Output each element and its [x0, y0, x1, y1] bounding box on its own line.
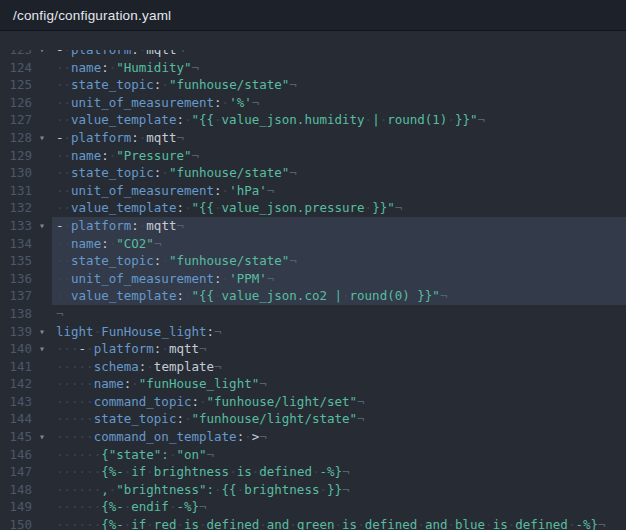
code-line[interactable]: 136··unit_of_measurement:·'PPM'¬: [0, 270, 626, 288]
token-key: FunHouse_light: [101, 324, 206, 339]
token-eol: ¬: [252, 95, 260, 110]
token-eol: ¬: [395, 200, 403, 215]
code-line[interactable]: 137··value_template:·"{{·value_json.co2·…: [0, 287, 626, 305]
token-eol: ¬: [214, 324, 222, 339]
gutter: 131: [0, 182, 52, 200]
code-line[interactable]: 126··unit_of_measurement:·'%'¬: [0, 94, 626, 112]
code-text[interactable]: ·····command_on_template:·>¬: [52, 428, 626, 446]
code-line[interactable]: 145▾·····command_on_template:·>¬: [0, 428, 626, 446]
code-text[interactable]: ··name:·"Pressure"¬: [52, 147, 626, 165]
code-line[interactable]: 149······{%-·endif·-%}¬: [0, 498, 626, 516]
code-line[interactable]: 130··state_topic:·"funhouse/state"¬: [0, 164, 626, 182]
code-text[interactable]: ··state_topic:·"funhouse/state"¬: [52, 252, 626, 270]
code-line[interactable]: 124··name:·"Humidity"¬: [0, 59, 626, 77]
editor-viewport: 123▾-·platform:·mqtt¬124··name:·"Humidit…: [0, 50, 626, 530]
line-number: 146: [0, 446, 32, 464]
code-text[interactable]: ······{%-·if·brightness·is·defined·-%}¬: [52, 463, 626, 481]
code-line[interactable]: 146······{"state":·"on"¬: [0, 446, 626, 464]
code-text[interactable]: ······,·"brightness":·{{·brightness·}}¬: [52, 481, 626, 499]
code-text[interactable]: -·platform:·mqtt¬: [52, 217, 626, 235]
fold-spacer: [32, 287, 52, 305]
fold-spacer: [32, 498, 52, 516]
code-text[interactable]: ··name:·"Humidity"¬: [52, 59, 626, 77]
token-txt: :: [101, 60, 109, 75]
gutter: 148: [0, 481, 52, 499]
code-line[interactable]: 138¬: [0, 305, 626, 323]
code-text[interactable]: ··unit_of_measurement:·'PPM'¬: [52, 270, 626, 288]
gutter: 141: [0, 358, 52, 376]
code-text[interactable]: ··value_template:·"{{·value_json.co2·|·r…: [52, 287, 626, 305]
code-line[interactable]: 133▾-·platform:·mqtt¬: [0, 217, 626, 235]
code-line[interactable]: 139▾light·FunHouse_light:¬: [0, 323, 626, 341]
code-line[interactable]: 128▾-·platform:·mqtt¬: [0, 129, 626, 147]
code-line[interactable]: 132··value_template:·"{{·value_json.pres…: [0, 199, 626, 217]
token-ws: ·: [485, 517, 493, 530]
code-line[interactable]: 127··value_template:·"{{·value_json.humi…: [0, 111, 626, 129]
code-line[interactable]: 144·····state_topic:·"funhouse/light/sta…: [0, 410, 626, 428]
code-text[interactable]: ···-·platform:·mqtt¬: [52, 340, 626, 358]
token-str: round(0): [350, 288, 410, 303]
code-line[interactable]: 141·····schema:·template¬: [0, 358, 626, 376]
code-text[interactable]: ··state_topic:·"funhouse/state"¬: [52, 76, 626, 94]
code-text[interactable]: ··unit_of_measurement:·'%'¬: [52, 94, 626, 112]
code-line[interactable]: 125··state_topic:·"funhouse/state"¬: [0, 76, 626, 94]
code-line[interactable]: 129··name:·"Pressure"¬: [0, 147, 626, 165]
token-ws: ·: [357, 517, 365, 530]
code-line[interactable]: 140▾···-·platform:·mqtt¬: [0, 340, 626, 358]
token-txt: :: [176, 288, 184, 303]
code-line[interactable]: 143·····command_topic:·"funhouse/light/s…: [0, 393, 626, 411]
code-line[interactable]: 148······,·"brightness":·{{·brightness·}…: [0, 481, 626, 499]
fold-spacer: [32, 305, 52, 323]
code-text[interactable]: ··state_topic:·"funhouse/state"¬: [52, 164, 626, 182]
code-text[interactable]: ·····name:·"funHouse_light"¬: [52, 375, 626, 393]
token-str: }}": [417, 288, 440, 303]
token-str: "{{: [191, 288, 214, 303]
code-text[interactable]: light·FunHouse_light:¬: [52, 323, 626, 341]
token-eol: ¬: [176, 130, 184, 145]
code-text[interactable]: ··value_template:·"{{·value_json.humidit…: [52, 111, 626, 129]
code-line[interactable]: 135··state_topic:·"funhouse/state"¬: [0, 252, 626, 270]
code-text[interactable]: ··name:·"CO2"¬: [52, 235, 626, 253]
code-text[interactable]: -·platform:·mqtt¬: [52, 129, 626, 147]
token-str: "on": [176, 447, 206, 462]
code-text[interactable]: ······{"state":·"on"¬: [52, 446, 626, 464]
code-line[interactable]: 147······{%-·if·brightness·is·defined·-%…: [0, 463, 626, 481]
code-line[interactable]: 123▾-·platform:·mqtt¬: [0, 50, 626, 59]
token-str: "funhouse/light/state": [192, 411, 358, 426]
fold-arrow-icon[interactable]: ▾: [32, 340, 52, 358]
code-line[interactable]: 134··name:·"CO2"¬: [0, 235, 626, 253]
code-text[interactable]: ·····schema:·template¬: [52, 358, 626, 376]
token-str: -%}: [575, 517, 598, 530]
token-key: platform: [94, 341, 154, 356]
token-str: value_json.pressure: [222, 200, 365, 215]
code-lines: 123▾-·platform:·mqtt¬124··name:·"Humidit…: [0, 50, 626, 530]
code-line[interactable]: 131··unit_of_measurement:·'hPa'¬: [0, 182, 626, 200]
code-text[interactable]: ··value_template:·"{{·value_json.pressur…: [52, 199, 626, 217]
code-text[interactable]: ·····state_topic:·"funhouse/light/state"…: [52, 410, 626, 428]
code-text[interactable]: -·platform:·mqtt¬: [52, 50, 626, 59]
code-text[interactable]: ······{%-·endif·-%}¬: [52, 498, 626, 516]
yaml-editor[interactable]: 123▾-·platform:·mqtt¬124··name:·"Humidit…: [0, 32, 626, 530]
token-eol: ¬: [192, 60, 200, 75]
code-line[interactable]: 150······{%-·if·red·is·defined·and·green…: [0, 516, 626, 530]
code-text[interactable]: ¬: [52, 305, 626, 323]
token-ws: ··: [56, 253, 71, 268]
code-text[interactable]: ······{%-·if·red·is·defined·and·green·is…: [52, 516, 626, 530]
token-key: state_topic: [71, 77, 154, 92]
fold-arrow-icon[interactable]: ▾: [32, 323, 52, 341]
token-ws: ·: [146, 517, 154, 530]
code-text[interactable]: ·····command_topic:·"funhouse/light/set"…: [52, 393, 626, 411]
fold-arrow-icon[interactable]: ▾: [32, 428, 52, 446]
fold-arrow-icon[interactable]: ▾: [32, 217, 52, 235]
fold-arrow-icon[interactable]: ▾: [32, 129, 52, 147]
token-str: green: [297, 517, 335, 530]
token-ws: ··: [56, 200, 71, 215]
token-eol: ¬: [199, 499, 207, 514]
fold-arrow-icon[interactable]: ▾: [32, 50, 52, 59]
token-txt: :: [131, 130, 139, 145]
gutter: 127: [0, 111, 52, 129]
code-text[interactable]: ··unit_of_measurement:·'hPa'¬: [52, 182, 626, 200]
token-ws: ·: [365, 200, 373, 215]
code-line[interactable]: 142·····name:·"funHouse_light"¬: [0, 375, 626, 393]
file-path: /config/configuration.yaml: [13, 8, 171, 23]
